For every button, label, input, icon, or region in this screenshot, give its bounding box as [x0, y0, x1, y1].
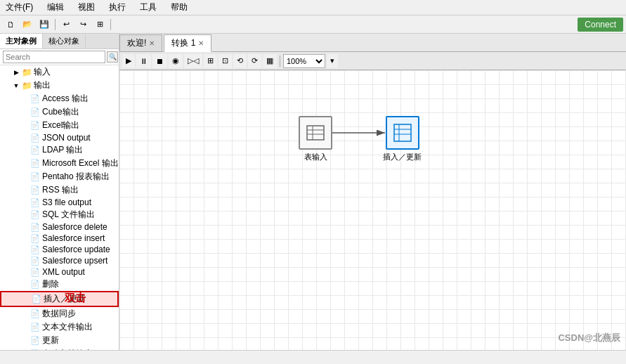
tree-icon-pentaho-output: 📄 — [30, 172, 41, 182]
tree-icon-sf-delete: 📄 — [30, 222, 41, 232]
tree-item-input-folder[interactable]: ▶📁输入 — [0, 65, 119, 79]
canvas-pause-btn[interactable]: ⏸ — [136, 54, 151, 68]
tab-welcome-label: 欢迎! — [127, 37, 146, 49]
tree-item-data-sync[interactable]: 📄数据同步 — [0, 307, 119, 320]
canvas-background — [119, 70, 626, 350]
tree-label-json-output: JSON output — [42, 133, 91, 143]
tree-label-update: 更新 — [42, 334, 59, 346]
tree-icon-s3-output: 📄 — [30, 197, 41, 207]
zoom-select[interactable]: 100% 75% 50% 150% — [283, 54, 325, 68]
panel-tabs: 主对象例 核心对象 — [0, 34, 119, 49]
canvas-btn-10[interactable]: ▦ — [263, 54, 277, 68]
tree-icon-sf-insert: 📄 — [30, 233, 41, 243]
canvas-btn-4[interactable]: ◉ — [169, 54, 183, 68]
tab-welcome-close[interactable]: ✕ — [149, 39, 155, 47]
tree-icon-sql-output: 📄 — [30, 210, 41, 220]
svg-rect-6 — [394, 124, 411, 141]
tree-item-output-folder[interactable]: ▼📁输出 — [0, 79, 119, 92]
tree-item-insert-update[interactable]: 📄插入／更新双击 — [0, 291, 119, 307]
canvas-area[interactable]: 表输入 — [119, 70, 626, 350]
insert-update-node[interactable]: 插入／更新 — [383, 116, 422, 162]
tree-arrow-input-folder: ▶ — [11, 69, 21, 76]
menu-tools[interactable]: 工具 — [137, 1, 159, 13]
status-bar — [0, 350, 626, 364]
tree-icon-text-output: 📄 — [30, 323, 41, 332]
tree-item-text-output[interactable]: 📄文本文件输出 — [0, 320, 119, 334]
tree-icon-update: 📄 — [30, 336, 41, 346]
save-button[interactable]: 💾 — [37, 18, 52, 32]
menu-view[interactable]: 视图 — [75, 1, 98, 13]
dblclick-annotation: 双击 — [65, 292, 86, 305]
tree-label-ms-excel-output: Microsoft Excel 输出 — [42, 157, 119, 169]
menu-edit[interactable]: 编辑 — [44, 1, 67, 13]
tree-item-update[interactable]: 📄更新 — [0, 334, 119, 347]
open-button[interactable]: 📂 — [20, 18, 35, 32]
canvas-btn-9[interactable]: ⟳ — [248, 54, 261, 68]
tree-item-sf-insert[interactable]: 📄Salesforce insert — [0, 233, 119, 244]
right-area: 欢迎! ✕ 转换 1 ✕ ▶ ⏸ ⏹ ◉ ▷◁ ⊞ ⊡ ⟲ ⟳ ▦ — [119, 34, 626, 350]
tree-label-sf-upsert: Salesforce upsert — [42, 256, 107, 266]
tree-item-sf-delete[interactable]: 📄Salesforce delete — [0, 221, 119, 233]
panel-tab-core[interactable]: 核心对象 — [43, 34, 86, 48]
tree-item-pentaho-output[interactable]: 📄Pentaho 报表输出 — [0, 170, 119, 183]
tree-icon-json-output: 📄 — [30, 133, 41, 143]
table-input-box[interactable] — [299, 116, 332, 150]
connect-button[interactable]: Connect — [578, 18, 623, 32]
undo-button[interactable]: ↩ — [58, 18, 74, 32]
menu-help[interactable]: 帮助 — [168, 1, 190, 13]
tree-item-s3-output[interactable]: 📄S3 file output — [0, 197, 119, 208]
tree-item-ldap-output[interactable]: 📄LDAP 输出 — [0, 143, 119, 157]
tree-label-data-sync: 数据同步 — [42, 308, 76, 320]
canvas-toolbar: ▶ ⏸ ⏹ ◉ ▷◁ ⊞ ⊡ ⟲ ⟳ ▦ 100% 75% 50% 150% ▾ — [119, 52, 626, 70]
tree-icon-sf-upsert: 📄 — [30, 256, 41, 266]
tree-item-sf-update[interactable]: 📄Salesforce update — [0, 244, 119, 255]
canvas-btn-8[interactable]: ⟲ — [233, 54, 247, 68]
canvas-btn-11[interactable]: ▾ — [327, 54, 338, 68]
watermark: CSDN@北燕辰 — [558, 332, 620, 344]
tree-item-access-output[interactable]: 📄Access 输出 — [0, 92, 119, 105]
canvas-stop-btn[interactable]: ⏹ — [152, 54, 167, 68]
tree-item-cube-output[interactable]: 📄Cube输出 — [0, 105, 119, 119]
tab-welcome[interactable]: 欢迎! ✕ — [119, 34, 162, 51]
search-input[interactable] — [3, 51, 105, 63]
tree-label-rss-output: RSS 输出 — [42, 184, 79, 196]
tree-label-input-folder: 输入 — [34, 66, 51, 78]
tree-item-xml-output[interactable]: 📄XML output — [0, 266, 119, 278]
tree-item-sf-upsert[interactable]: 📄Salesforce upsert — [0, 255, 119, 266]
tree-item-json-output[interactable]: 📄JSON output — [0, 132, 119, 143]
tree-label-cube-output: Cube输出 — [42, 106, 79, 118]
toolbar-btn-3[interactable]: ⊞ — [92, 18, 107, 32]
tree-label-auto-doc: 自动文档输出 — [42, 348, 93, 350]
tree-label-sql-output: SQL 文件输出 — [42, 209, 95, 221]
tab-transform1[interactable]: 转换 1 ✕ — [164, 34, 211, 52]
tree-item-excel-output[interactable]: 📄Excel输出 — [0, 119, 119, 132]
tree-arrow-output-folder: ▼ — [11, 82, 21, 89]
tree-label-s3-output: S3 file output — [42, 197, 91, 207]
tree-label-ldap-output: LDAP 输出 — [42, 144, 83, 156]
table-input-node[interactable]: 表输入 — [299, 116, 332, 162]
tree-item-auto-doc[interactable]: 📄自动文档输出 — [0, 347, 119, 350]
tree-label-delete-item: 删除 — [42, 278, 59, 290]
tree-item-ms-excel-output[interactable]: 📄Microsoft Excel 输出 — [0, 157, 119, 170]
menu-file[interactable]: 文件(F) — [3, 1, 36, 13]
canvas-play-btn[interactable]: ▶ — [122, 54, 135, 68]
redo-button[interactable]: ↪ — [75, 18, 91, 32]
tree-item-sql-output[interactable]: 📄SQL 文件输出 — [0, 208, 119, 221]
tab-transform1-close[interactable]: ✕ — [198, 39, 204, 47]
menu-run[interactable]: 执行 — [106, 1, 129, 13]
tree-icon-sf-update: 📄 — [30, 245, 41, 254]
toolbar-sep-1 — [55, 19, 56, 30]
tree-icon-cube-output: 📄 — [30, 108, 41, 117]
tree-label-pentaho-output: Pentaho 报表输出 — [42, 171, 110, 183]
insert-update-box[interactable] — [386, 116, 419, 150]
canvas-btn-5[interactable]: ▷◁ — [184, 54, 202, 68]
tabs-row: 欢迎! ✕ 转换 1 ✕ — [119, 34, 626, 52]
tree-item-delete-item[interactable]: 📄删除 — [0, 278, 119, 291]
toolbar-sep-2 — [110, 19, 111, 30]
canvas-btn-7[interactable]: ⊡ — [219, 54, 232, 68]
panel-tab-main[interactable]: 主对象例 — [0, 34, 43, 48]
tree-item-rss-output[interactable]: 📄RSS 输出 — [0, 183, 119, 197]
canvas-btn-6[interactable]: ⊞ — [204, 54, 217, 68]
search-btn[interactable]: 🔍 — [107, 51, 118, 63]
new-button[interactable]: 🗋 — [3, 18, 18, 32]
